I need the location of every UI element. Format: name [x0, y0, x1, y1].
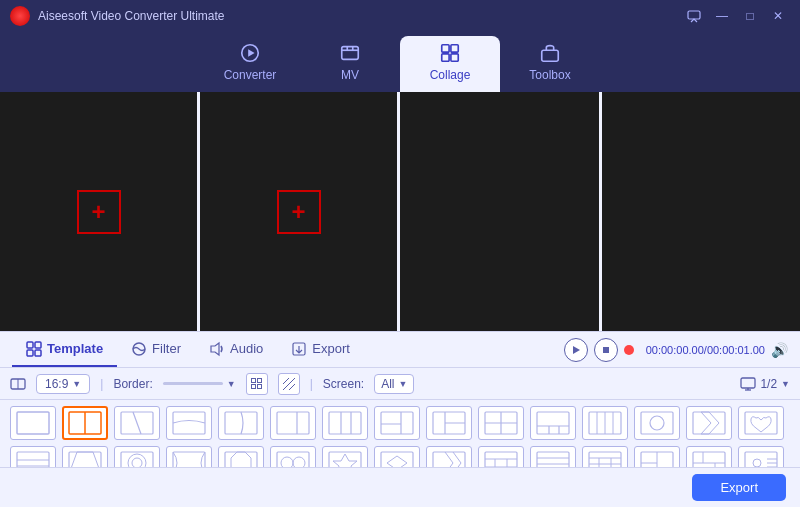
template-heart[interactable] [738, 406, 784, 440]
svg-rect-41 [381, 412, 413, 434]
grid-icon[interactable] [246, 373, 268, 395]
template-single[interactable] [10, 406, 56, 440]
left-panel: + + [0, 92, 400, 331]
add-video-btn-2[interactable]: + [277, 190, 321, 234]
template-3top-1bottom[interactable] [530, 406, 576, 440]
template-vsplit-2[interactable] [62, 406, 108, 440]
svg-rect-36 [277, 412, 309, 434]
time-display: 00:00:00.00/00:00:01.00 [646, 344, 765, 356]
playback-controls: 00:00:00.00/00:00:01.00 🔊 [564, 332, 788, 367]
template-r2-6[interactable] [270, 446, 316, 467]
svg-rect-35 [225, 412, 257, 434]
svg-rect-4 [442, 45, 449, 52]
template-r2-11[interactable] [530, 446, 576, 467]
monitor-select[interactable]: 1/2 ▼ [740, 377, 790, 391]
play-button[interactable] [564, 338, 588, 362]
svg-rect-58 [641, 412, 673, 434]
template-r2-10[interactable] [478, 446, 524, 467]
template-diagonal[interactable] [166, 406, 212, 440]
svg-point-73 [281, 457, 293, 467]
video-area: + + [0, 92, 800, 332]
svg-rect-10 [35, 342, 41, 348]
title-bar: Aiseesoft Video Converter Ultimate — □ ✕ [0, 0, 800, 32]
svg-rect-88 [589, 452, 621, 467]
svg-rect-70 [173, 452, 205, 467]
export-button[interactable]: Export [692, 474, 786, 501]
monitor-icon [740, 377, 756, 391]
template-circle-split[interactable] [634, 406, 680, 440]
template-4grid[interactable] [478, 406, 524, 440]
tab-export-bottom[interactable]: Export [277, 332, 364, 367]
bottom-tabs: Template Filter Audio Export [0, 332, 800, 368]
template-irregular-1[interactable] [114, 406, 160, 440]
add-video-btn-1[interactable]: + [77, 190, 121, 234]
template-row-2 [10, 446, 790, 467]
record-indicator [624, 345, 634, 355]
template-r2-7[interactable] [322, 446, 368, 467]
template-r2-15[interactable] [738, 446, 784, 467]
tab-audio[interactable]: Audio [195, 332, 277, 367]
svg-rect-84 [537, 452, 569, 467]
stop-button[interactable] [594, 338, 618, 362]
tab-filter[interactable]: Filter [117, 332, 195, 367]
svg-rect-7 [451, 54, 458, 61]
svg-marker-76 [333, 454, 357, 467]
ratio-select[interactable]: 16:9 ▼ [36, 374, 90, 394]
template-r2-1[interactable] [10, 446, 56, 467]
template-rounded-split[interactable] [218, 406, 264, 440]
template-grid [0, 400, 800, 467]
svg-rect-3 [342, 47, 359, 60]
svg-rect-11 [27, 350, 33, 356]
template-r2-8[interactable] [374, 446, 420, 467]
main-content: + + Template [0, 92, 800, 507]
video-cell-2[interactable]: + [200, 92, 397, 331]
ratio-icon [10, 376, 26, 392]
template-r2-2[interactable] [62, 446, 108, 467]
svg-rect-22 [251, 384, 255, 388]
template-3vsplit[interactable] [322, 406, 368, 440]
template-r2-14[interactable] [686, 446, 732, 467]
svg-marker-2 [248, 49, 254, 56]
border-slider[interactable] [163, 382, 223, 385]
template-1plus2[interactable] [426, 406, 472, 440]
template-2plus1[interactable] [374, 406, 420, 440]
minimize-button[interactable]: — [710, 6, 734, 26]
svg-rect-0 [688, 11, 700, 19]
svg-rect-38 [329, 412, 361, 434]
svg-point-74 [293, 457, 305, 467]
title-bar-left: Aiseesoft Video Converter Ultimate [10, 6, 225, 26]
svg-rect-50 [537, 412, 569, 434]
template-r2-3[interactable] [114, 446, 160, 467]
template-r2-13[interactable] [634, 446, 680, 467]
template-multicols[interactable] [582, 406, 628, 440]
volume-icon[interactable]: 🔊 [771, 342, 788, 358]
template-r2-9[interactable] [426, 446, 472, 467]
maximize-button[interactable]: □ [738, 6, 762, 26]
svg-rect-61 [745, 412, 777, 434]
tab-template[interactable]: Template [12, 332, 117, 367]
template-r2-5[interactable] [218, 446, 264, 467]
template-r2-12[interactable] [582, 446, 628, 467]
tab-toolbox[interactable]: Toolbox [500, 36, 600, 92]
right-panel [400, 92, 800, 331]
diagonal-icon[interactable] [278, 373, 300, 395]
svg-rect-5 [451, 45, 458, 52]
chat-icon[interactable] [682, 6, 706, 26]
tab-collage[interactable]: Collage [400, 36, 500, 92]
tab-mv[interactable]: MV [300, 36, 400, 92]
tab-converter[interactable]: Converter [200, 36, 300, 92]
template-r2-4[interactable] [166, 446, 212, 467]
template-arrow[interactable] [686, 406, 732, 440]
svg-rect-6 [442, 54, 449, 61]
svg-point-102 [753, 459, 761, 467]
template-row-1 [10, 406, 790, 440]
close-button[interactable]: ✕ [766, 6, 790, 26]
svg-rect-23 [257, 384, 261, 388]
svg-point-68 [132, 458, 142, 467]
screen-select[interactable]: All ▼ [374, 374, 414, 394]
preview-cell-2 [602, 92, 801, 331]
nav-tabs: Converter MV Collage Toolbox [0, 32, 800, 92]
svg-rect-9 [27, 342, 33, 348]
template-horiz-bigsmall[interactable] [270, 406, 316, 440]
video-cell-1[interactable]: + [0, 92, 200, 331]
